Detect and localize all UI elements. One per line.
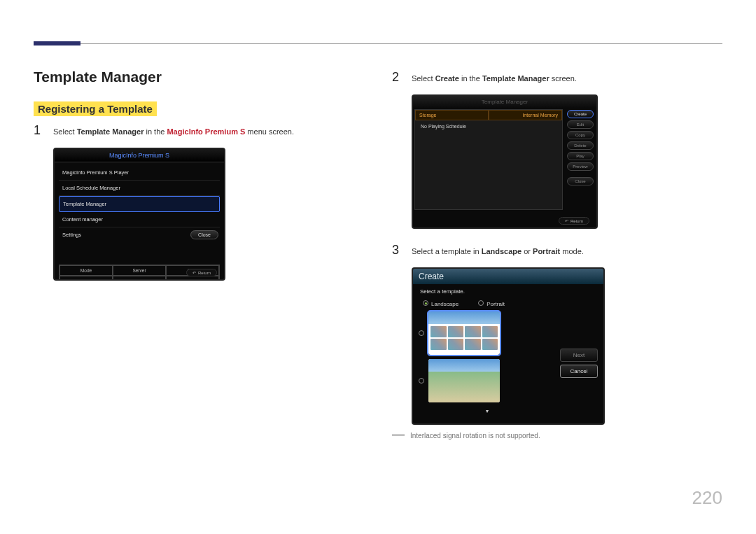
status-value-usb: Connected <box>166 276 219 281</box>
bold-text: Landscape <box>482 247 522 255</box>
close-button[interactable]: Close <box>190 230 218 239</box>
template-manager-screenshot: Template Manager Storage Internal Memory… <box>412 94 598 229</box>
return-button[interactable]: ↶Return <box>186 269 217 276</box>
bold-text: Portrait <box>533 247 560 255</box>
bold-text: Create <box>435 74 459 83</box>
radio-icon <box>419 378 424 384</box>
edit-button[interactable]: Edit <box>567 120 594 129</box>
bold-text: Template Manager <box>77 127 144 136</box>
text: in the <box>459 74 482 83</box>
option-label: Landscape <box>431 301 458 307</box>
return-icon: ↶ <box>192 270 196 275</box>
scroll-down-icon[interactable]: ▾ <box>419 408 556 414</box>
step-number: 2 <box>392 70 403 85</box>
create-button[interactable]: Create <box>567 110 594 118</box>
delete-button[interactable]: Delete <box>567 141 594 150</box>
col-internal-memory: Internal Memory <box>489 110 562 120</box>
step-number: 1 <box>34 123 45 138</box>
return-label: Return <box>198 271 211 275</box>
menu-item-template-manager[interactable]: Template Manager <box>59 196 220 212</box>
menu-item-content-manager[interactable]: Content manager <box>59 212 220 227</box>
status-header-mode: Mode <box>59 265 113 276</box>
create-header: Create <box>413 269 603 284</box>
text: Select a template in <box>412 247 482 255</box>
text: Select <box>412 74 435 83</box>
storage-list: Storage Internal Memory No Playing Sched… <box>414 109 563 210</box>
cancel-button[interactable]: Cancel <box>560 365 598 378</box>
status-header-server: Server <box>113 265 166 276</box>
landscape-option[interactable]: Landscape <box>423 300 458 307</box>
close-button[interactable]: Close <box>567 177 594 185</box>
dash-icon: ― <box>392 430 405 438</box>
step-text: Select Create in the Template Manager sc… <box>412 73 577 84</box>
text: Select <box>53 127 77 136</box>
brand-text: MagicInfo Premium S <box>167 127 245 136</box>
portrait-option[interactable]: Portrait <box>478 300 505 307</box>
step-text: Select Template Manager in the MagicInfo… <box>53 127 294 137</box>
text: menu screen. <box>245 127 294 136</box>
option-label: Portrait <box>486 301 505 307</box>
return-icon: ↶ <box>565 218 568 223</box>
template-thumbnail <box>428 359 500 402</box>
menu-screenshot: MagicInfo Premium S MagicInfo Premium S … <box>53 148 225 281</box>
template-option-1[interactable] <box>419 311 556 355</box>
text: in the <box>144 127 167 136</box>
text: screen. <box>550 74 577 83</box>
create-template-screenshot: Create Select a template. Landscape Port… <box>412 267 605 425</box>
page-title: Template Manager <box>34 69 162 85</box>
radio-icon <box>478 300 484 306</box>
text: or <box>522 247 533 255</box>
select-template-prompt: Select a template. <box>413 284 603 299</box>
return-label: Return <box>570 219 583 223</box>
section-subheading: Registering a Template <box>34 101 157 116</box>
panel-title: MagicInfo Premium S <box>55 149 224 162</box>
template-thumbnail <box>428 311 500 355</box>
next-button[interactable]: Next <box>560 349 598 362</box>
no-schedule-message: No Playing Schedule <box>415 120 562 132</box>
radio-selected-icon <box>423 300 428 306</box>
step-3: 3 Select a template in Landscape or Port… <box>392 243 714 258</box>
preview-button[interactable]: Preview <box>567 162 594 171</box>
step-2: 2 Select Create in the Template Manager … <box>392 70 714 85</box>
menu-item-player[interactable]: MagicInfo Premium S Player <box>59 165 220 181</box>
footnote: ― Interlaced signal rotation is not supp… <box>392 430 714 440</box>
status-value-mode: Local schedule <box>59 276 113 281</box>
play-button[interactable]: Play <box>567 152 594 160</box>
page-number: 220 <box>692 487 722 509</box>
template-option-2[interactable] <box>419 359 556 402</box>
col-storage: Storage <box>415 110 489 120</box>
menu-item-local-schedule[interactable]: Local Schedule Manager <box>59 181 220 196</box>
step-text: Select a template in Landscape or Portra… <box>412 246 584 257</box>
note-text: Interlaced signal rotation is not suppor… <box>410 432 540 440</box>
step-1: 1 Select Template Manager in the MagicIn… <box>34 123 342 138</box>
bold-text: Template Manager <box>482 74 550 83</box>
status-value-server: Connected <box>113 276 166 281</box>
panel-title: Template Manager <box>413 96 596 108</box>
return-button[interactable]: ↶Return <box>559 217 589 225</box>
radio-icon <box>419 330 424 336</box>
text: mode. <box>560 247 584 255</box>
copy-button[interactable]: Copy <box>567 131 594 139</box>
step-number: 3 <box>392 243 403 258</box>
